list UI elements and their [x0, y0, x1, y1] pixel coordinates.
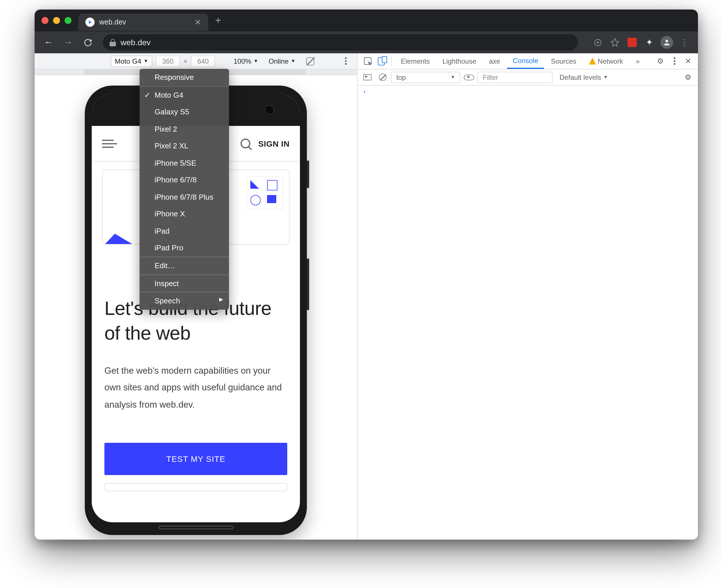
tab-sources[interactable]: Sources [545, 53, 582, 69]
console-settings-button[interactable]: ⚙ [682, 69, 695, 85]
throttle-select[interactable]: Online▼ [265, 56, 299, 66]
devtools-pane: Elements Lighthouse axe Console Sources … [358, 53, 698, 540]
secondary-card [104, 483, 287, 491]
console-output[interactable]: › [358, 86, 698, 540]
shapes-decoration [246, 176, 283, 209]
search-icon[interactable] [241, 139, 250, 148]
toggle-device-button[interactable] [375, 53, 387, 69]
menu-item-device[interactable]: iPhone 5/SE [140, 154, 229, 171]
warning-icon [589, 58, 596, 65]
svg-point-1 [665, 40, 668, 42]
camera-icon [265, 105, 274, 114]
height-input[interactable]: 640 [191, 55, 215, 67]
clear-console-button[interactable] [376, 69, 389, 85]
address-bar: ← → web.dev ✦ [35, 31, 698, 53]
menu-item-device[interactable]: iPhone 6/7/8 [140, 171, 229, 188]
bookmark-button[interactable] [607, 34, 623, 50]
tab-title: web.dev [99, 18, 126, 26]
throttle-label: Online [268, 57, 288, 65]
menu-item-device[interactable]: Pixel 2 [140, 121, 229, 138]
traffic-lights [42, 17, 72, 24]
console-sidebar-toggle[interactable] [361, 69, 374, 85]
maximize-window-button[interactable] [65, 17, 72, 24]
url-input[interactable]: web.dev [103, 34, 578, 50]
hamburger-menu-button[interactable] [102, 140, 117, 147]
device-emulation-pane: Moto G4 ▼ 360 × 640 100%▼ Online▼ [35, 53, 358, 540]
console-prompt-icon: › [363, 88, 365, 95]
device-toolbar: Moto G4 ▼ 360 × 640 100%▼ Online▼ [35, 53, 357, 69]
menu-item-device[interactable]: Pixel 2 XL [140, 138, 229, 154]
device-select-label: Moto G4 [115, 57, 141, 65]
tab-axe[interactable]: axe [483, 53, 506, 69]
window-titlebar: web.dev ✕ + [35, 9, 698, 31]
menu-item-device[interactable]: Galaxy S5 [140, 103, 229, 121]
new-tab-button[interactable]: + [215, 15, 221, 26]
zoom-select[interactable]: 100%▼ [230, 56, 262, 66]
live-expression-button[interactable] [463, 69, 475, 85]
shape-square-icon [267, 180, 277, 190]
browser-tab[interactable]: web.dev ✕ [78, 14, 208, 31]
triangle-decoration-icon [102, 231, 137, 244]
close-window-button[interactable] [42, 17, 48, 24]
menu-item-inspect[interactable]: Inspect [140, 275, 229, 292]
menu-item-device[interactable]: iPhone X [140, 205, 229, 223]
back-button[interactable]: ← [40, 34, 57, 50]
hero-subtext: Get the web's modern capabilities on you… [104, 362, 287, 413]
shape-filled-triangle-icon [267, 195, 276, 203]
menu-item-device[interactable]: Moto G4 [140, 86, 229, 103]
url-text: web.dev [121, 38, 151, 47]
width-input[interactable]: 360 [156, 55, 180, 67]
lock-icon [109, 39, 116, 46]
tab-network[interactable]: Network [583, 53, 629, 69]
test-my-site-button[interactable]: TEST MY SITE [104, 443, 287, 475]
menu-item-device[interactable]: iPad Pro [140, 239, 229, 256]
extension-icon[interactable] [624, 34, 640, 50]
sign-in-button[interactable]: SIGN IN [258, 139, 289, 148]
log-levels-label: Default levels [560, 73, 601, 81]
tab-network-label: Network [598, 57, 623, 65]
context-label: top [396, 73, 406, 81]
reload-button[interactable] [80, 34, 96, 50]
devtools-tabs: Elements Lighthouse axe Console Sources … [358, 53, 698, 69]
device-dropdown-menu: Responsive Moto G4 Galaxy S5 Pixel 2 Pix… [140, 69, 229, 310]
dimension-x: × [183, 57, 187, 65]
home-bar-icon [158, 526, 233, 529]
tab-close-button[interactable]: ✕ [194, 18, 201, 27]
shape-circle-icon [250, 195, 261, 205]
tab-elements[interactable]: Elements [395, 53, 436, 69]
forward-button[interactable]: → [60, 34, 76, 50]
log-levels-select[interactable]: Default levels▼ [555, 72, 613, 82]
rotate-button[interactable] [302, 53, 318, 69]
shape-triangle-icon [250, 180, 259, 189]
device-select[interactable]: Moto G4 ▼ [111, 55, 152, 67]
device-volume-button [307, 258, 309, 310]
menu-item-responsive[interactable]: Responsive [140, 69, 229, 86]
console-toolbar: top ▼ Filter Default levels▼ ⚙ [358, 69, 698, 86]
device-power-button [307, 161, 309, 188]
inspect-element-button[interactable] [361, 53, 374, 69]
menu-item-device[interactable]: iPhone 6/7/8 Plus [140, 188, 229, 205]
menu-item-speech[interactable]: Speech [140, 292, 229, 310]
browser-window: web.dev ✕ + ← → web.dev ✦ Moto G [35, 9, 698, 540]
console-filter-input[interactable]: Filter [478, 71, 553, 83]
context-select[interactable]: top ▼ [391, 71, 460, 83]
extensions-button[interactable]: ✦ [641, 34, 658, 50]
tabs-overflow-button[interactable]: » [630, 53, 645, 69]
profile-button[interactable] [659, 34, 675, 50]
add-to-button[interactable] [589, 34, 606, 50]
devtools-close-button[interactable]: ✕ [682, 53, 695, 69]
minimize-window-button[interactable] [53, 17, 60, 24]
favicon-icon [85, 18, 95, 27]
devtools-settings-button[interactable]: ⚙ [654, 53, 667, 69]
browser-menu-button[interactable] [676, 34, 692, 50]
zoom-label: 100% [234, 57, 251, 65]
sign-in-area: SIGN IN [241, 139, 289, 148]
menu-item-edit[interactable]: Edit… [140, 257, 229, 274]
device-toolbar-menu[interactable] [337, 53, 354, 69]
menu-item-device[interactable]: iPad [140, 223, 229, 239]
tab-lighthouse[interactable]: Lighthouse [437, 53, 482, 69]
devtools-menu-button[interactable] [668, 53, 681, 69]
tab-console[interactable]: Console [507, 53, 544, 69]
